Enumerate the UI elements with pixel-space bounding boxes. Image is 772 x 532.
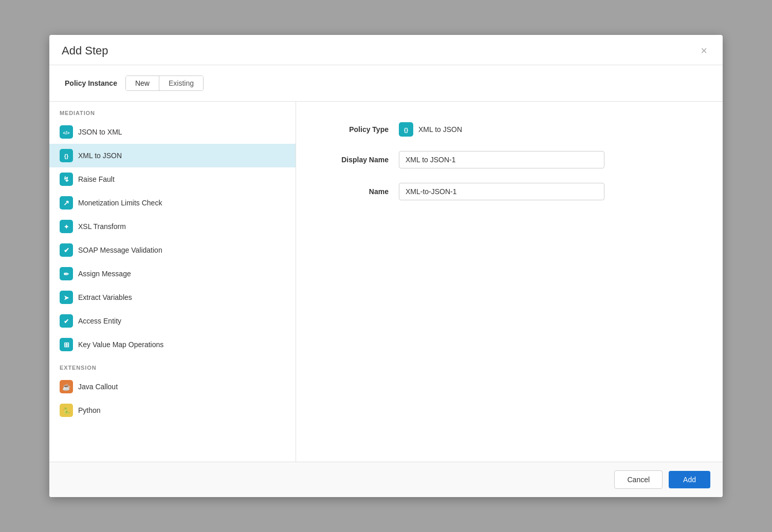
modal-title: Add Step xyxy=(62,44,108,58)
list-item-xsl-transform[interactable]: XSL Transform xyxy=(49,215,296,238)
modal-footer: Cancel Add xyxy=(49,462,723,497)
access-entity-icon xyxy=(60,314,73,328)
list-item-extract-variables[interactable]: Extract Variables xyxy=(49,286,296,309)
access-entity-label: Access Entity xyxy=(78,317,121,325)
assign-message-label: Assign Message xyxy=(78,270,131,278)
list-item-java-callout[interactable]: Java Callout xyxy=(49,375,296,398)
key-value-map-label: Key Value Map Operations xyxy=(78,340,163,349)
section-header-mediation: MEDIATION xyxy=(49,102,296,120)
json-to-xml-label: JSON to XML xyxy=(78,128,122,136)
raise-fault-label: Raise Fault xyxy=(78,175,115,183)
add-button[interactable]: Add xyxy=(669,471,710,488)
extract-variables-label: Extract Variables xyxy=(78,293,132,301)
assign-message-icon xyxy=(60,267,73,280)
python-label: Python xyxy=(78,406,101,414)
policy-instance-label: Policy Instance xyxy=(65,79,117,87)
modal-dialog: Add Step × Policy Instance New Existing … xyxy=(49,35,723,497)
modal-overlay: Add Step × Policy Instance New Existing … xyxy=(0,0,772,532)
display-name-row: Display Name xyxy=(327,151,692,168)
key-value-map-icon xyxy=(60,338,73,351)
name-row: Name xyxy=(327,183,692,200)
toggle-group: New Existing xyxy=(125,75,204,91)
xsl-transform-icon xyxy=(60,220,73,233)
monetization-label: Monetization Limits Check xyxy=(78,199,162,207)
list-item-soap-validation[interactable]: SOAP Message Validation xyxy=(49,238,296,262)
modal-body: MEDIATION JSON to XML XML to JSON xyxy=(49,101,723,462)
xml-to-json-label: XML to JSON xyxy=(78,151,122,160)
soap-validation-icon xyxy=(60,243,73,257)
xsl-transform-label: XSL Transform xyxy=(78,222,126,231)
modal-header: Add Step × xyxy=(49,35,723,65)
list-item-raise-fault[interactable]: Raise Fault xyxy=(49,167,296,191)
list-item-assign-message[interactable]: Assign Message xyxy=(49,262,296,286)
name-input[interactable] xyxy=(399,183,604,200)
policy-instance-row: Policy Instance New Existing xyxy=(49,65,723,101)
xml-to-json-icon xyxy=(60,149,73,162)
monetization-icon xyxy=(60,196,73,210)
list-item-json-to-xml[interactable]: JSON to XML xyxy=(49,120,296,144)
left-panel: MEDIATION JSON to XML XML to JSON xyxy=(49,102,296,462)
right-panel: Policy Type XML to JSON Display Name Nam… xyxy=(296,102,723,462)
java-callout-icon xyxy=(60,380,73,393)
json-to-xml-icon xyxy=(60,125,73,139)
policy-type-value: XML to JSON xyxy=(399,122,462,137)
list-item-xml-to-json[interactable]: XML to JSON xyxy=(49,144,296,167)
policy-type-label: Policy Type xyxy=(327,125,389,134)
policy-type-text: XML to JSON xyxy=(418,125,462,134)
soap-validation-label: SOAP Message Validation xyxy=(78,246,162,254)
list-item-key-value-map[interactable]: Key Value Map Operations xyxy=(49,333,296,356)
cancel-button[interactable]: Cancel xyxy=(614,470,663,489)
list-item-python[interactable]: Python xyxy=(49,398,296,422)
java-callout-label: Java Callout xyxy=(78,383,118,391)
raise-fault-icon xyxy=(60,173,73,186)
list-item-access-entity[interactable]: Access Entity xyxy=(49,309,296,333)
list-item-monetization[interactable]: Monetization Limits Check xyxy=(49,191,296,215)
toggle-new-button[interactable]: New xyxy=(126,76,159,90)
policy-type-row: Policy Type XML to JSON xyxy=(327,122,692,137)
display-name-label: Display Name xyxy=(327,156,389,164)
toggle-existing-button[interactable]: Existing xyxy=(159,76,203,90)
python-icon xyxy=(60,404,73,417)
policy-type-icon xyxy=(399,122,413,137)
close-button[interactable]: × xyxy=(697,44,710,58)
extract-variables-icon xyxy=(60,291,73,304)
section-header-extension: EXTENSION xyxy=(49,356,296,375)
name-label: Name xyxy=(327,187,389,196)
display-name-input[interactable] xyxy=(399,151,604,168)
